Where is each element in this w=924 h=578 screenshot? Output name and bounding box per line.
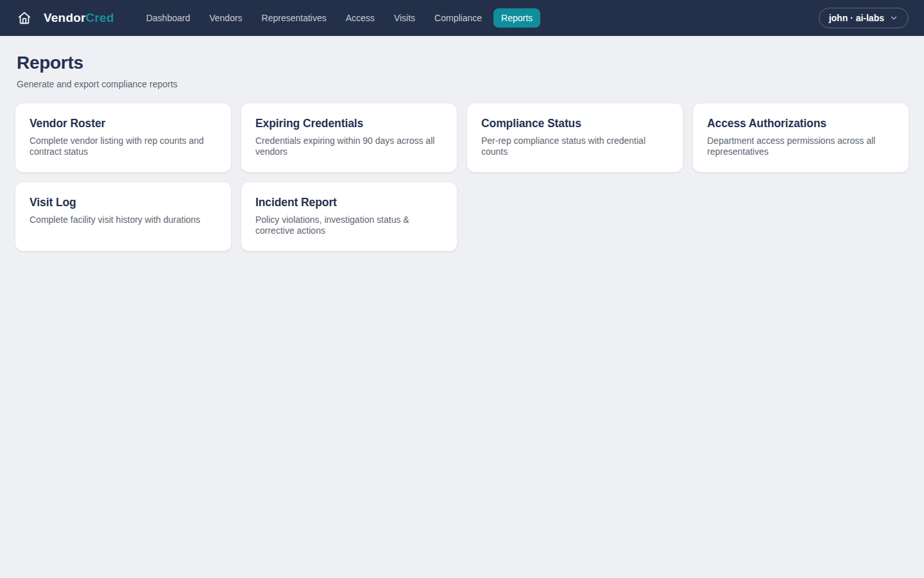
main-nav: Dashboard Vendors Representatives Access… [139, 8, 819, 28]
nav-item-reports[interactable]: Reports [493, 8, 540, 28]
nav-item-representatives[interactable]: Representatives [254, 8, 334, 28]
report-card-description: Credentials expiring within 90 days acro… [255, 136, 441, 157]
home-button[interactable] [15, 9, 33, 27]
report-card-description: Complete vendor listing with rep counts … [30, 136, 216, 157]
report-card-title: Expiring Credentials [255, 117, 443, 130]
report-card-description: Complete facility visit history with dur… [30, 215, 216, 225]
report-card-incident-report[interactable]: Incident Report Policy violations, inves… [241, 182, 457, 251]
nav-item-access[interactable]: Access [338, 8, 382, 28]
report-card-compliance-status[interactable]: Compliance Status Per-rep compliance sta… [467, 103, 683, 172]
app-logo-part1: Vendor [44, 11, 86, 24]
report-card-description: Department access permissions across all… [707, 136, 893, 157]
app-logo-part2: Cred [86, 11, 114, 24]
report-card-access-authorizations[interactable]: Access Authorizations Department access … [693, 103, 909, 172]
app-logo: VendorCred [44, 11, 114, 25]
report-card-title: Compliance Status [481, 117, 669, 130]
page-subtitle: Generate and export compliance reports [17, 79, 907, 89]
report-card-title: Incident Report [255, 196, 443, 209]
user-menu-label: john · ai-labs [829, 13, 884, 23]
top-navbar: VendorCred Dashboard Vendors Representat… [0, 0, 924, 36]
nav-item-vendors[interactable]: Vendors [201, 8, 250, 28]
home-icon [17, 11, 31, 25]
report-card-expiring-credentials[interactable]: Expiring Credentials Credentials expirin… [241, 103, 457, 172]
nav-item-compliance[interactable]: Compliance [427, 8, 490, 28]
report-cards-grid: Vendor Roster Complete vendor listing wi… [15, 103, 909, 251]
nav-item-visits[interactable]: Visits [386, 8, 423, 28]
page-title: Reports [17, 53, 907, 73]
report-card-vendor-roster[interactable]: Vendor Roster Complete vendor listing wi… [15, 103, 231, 172]
report-card-title: Access Authorizations [707, 117, 894, 130]
user-menu-button[interactable]: john · ai-labs [819, 8, 909, 28]
report-card-title: Vendor Roster [30, 117, 217, 130]
report-card-description: Per-rep compliance status with credentia… [481, 136, 667, 157]
report-card-title: Visit Log [30, 196, 217, 209]
chevron-down-icon [889, 13, 898, 22]
nav-item-dashboard[interactable]: Dashboard [139, 8, 198, 28]
page-header: Reports Generate and export compliance r… [0, 36, 924, 89]
report-card-description: Policy violations, investigation status … [255, 215, 441, 236]
report-card-visit-log[interactable]: Visit Log Complete facility visit histor… [15, 182, 231, 251]
